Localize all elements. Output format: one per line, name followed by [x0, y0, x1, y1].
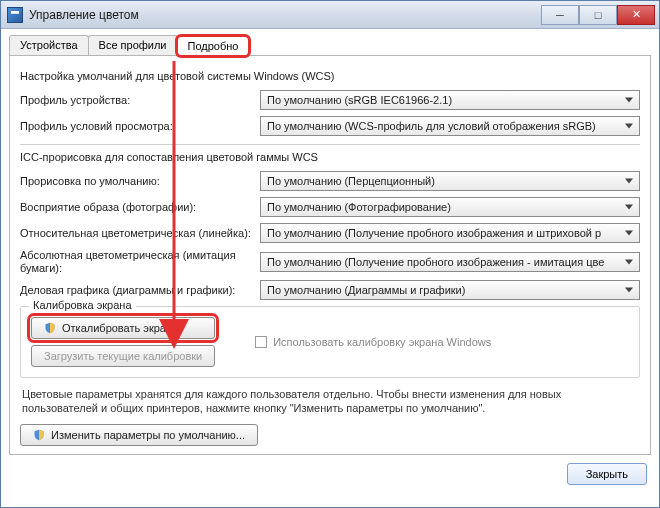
calibration-group: Калибровка экрана Откалибровать экран За…	[20, 306, 640, 378]
viewing-cond-dropdown[interactable]: По умолчанию (WCS-профиль для условий от…	[260, 116, 640, 136]
close-button[interactable]: Закрыть	[567, 463, 647, 485]
abscolor-dropdown[interactable]: По умолчанию (Получение пробного изображ…	[260, 252, 640, 272]
device-profile-value: По умолчанию (sRGB IEC61966-2.1)	[267, 94, 452, 106]
device-profile-label: Профиль устройства:	[20, 94, 260, 106]
close-window-button[interactable]: ✕	[617, 5, 655, 25]
relcolor-label: Относительная цветометрическая (линейка)…	[20, 227, 260, 240]
tab-details[interactable]: Подробно	[177, 36, 250, 56]
default-rendering-label: Прорисовка по умолчанию:	[20, 175, 260, 187]
shield-icon	[33, 429, 45, 441]
row-device-profile: Профиль устройства: По умолчанию (sRGB I…	[20, 90, 640, 110]
photo-label: Восприятие образа (фотографии):	[20, 201, 260, 213]
abscolor-value: По умолчанию (Получение пробного изображ…	[267, 256, 604, 268]
business-label: Деловая графика (диаграммы и графики):	[20, 284, 260, 297]
row-business: Деловая графика (диаграммы и графики): П…	[20, 280, 640, 300]
tab-devices[interactable]: Устройства	[9, 35, 89, 55]
tab-all-profiles[interactable]: Все профили	[88, 35, 178, 55]
window-title: Управление цветом	[29, 8, 139, 22]
icc-header: ICC-прорисовка для сопоставления цветово…	[20, 151, 640, 163]
window-controls: ─ □ ✕	[541, 5, 655, 25]
use-windows-calibration-label: Использовать калибровку экрана Windows	[273, 336, 491, 348]
device-profile-dropdown[interactable]: По умолчанию (sRGB IEC61966-2.1)	[260, 90, 640, 110]
wcs-header: Настройка умолчаний для цветовой системы…	[20, 70, 640, 82]
default-rendering-value: По умолчанию (Перцепционный)	[267, 175, 435, 187]
minimize-button[interactable]: ─	[541, 5, 579, 25]
photo-dropdown[interactable]: По умолчанию (Фотографирование)	[260, 197, 640, 217]
row-relcolor: Относительная цветометрическая (линейка)…	[20, 223, 640, 243]
client-area: Устройства Все профили Подробно Настройк…	[1, 29, 659, 495]
row-abscolor: Абсолютная цветометрическая (имитация бу…	[20, 249, 640, 274]
checkbox-icon	[255, 336, 267, 348]
tab-bar: Устройства Все профили Подробно	[9, 35, 651, 56]
change-defaults-label: Изменить параметры по умолчанию...	[51, 429, 245, 441]
dialog-footer: Закрыть	[9, 455, 651, 487]
relcolor-value: По умолчанию (Получение пробного изображ…	[267, 227, 601, 239]
photo-value: По умолчанию (Фотографирование)	[267, 201, 451, 213]
row-viewing-conditions: Профиль условий просмотра: По умолчанию …	[20, 116, 640, 136]
load-current-calibrations-button[interactable]: Загрузить текущие калибровки	[31, 345, 215, 367]
load-current-label: Загрузить текущие калибровки	[44, 350, 202, 362]
business-value: По умолчанию (Диаграммы и графики)	[267, 284, 465, 296]
color-management-window: Управление цветом ─ □ ✕ Устройства Все п…	[0, 0, 660, 508]
abscolor-label: Абсолютная цветометрическая (имитация бу…	[20, 249, 260, 274]
shield-icon	[44, 322, 56, 334]
default-rendering-dropdown[interactable]: По умолчанию (Перцепционный)	[260, 171, 640, 191]
details-panel: Настройка умолчаний для цветовой системы…	[9, 56, 651, 455]
change-defaults-button[interactable]: Изменить параметры по умолчанию...	[20, 424, 258, 446]
app-icon	[7, 7, 23, 23]
row-photo: Восприятие образа (фотографии): По умолч…	[20, 197, 640, 217]
relcolor-dropdown[interactable]: По умолчанию (Получение пробного изображ…	[260, 223, 640, 243]
viewing-cond-value: По умолчанию (WCS-профиль для условий от…	[267, 120, 596, 132]
business-dropdown[interactable]: По умолчанию (Диаграммы и графики)	[260, 280, 640, 300]
row-default-rendering: Прорисовка по умолчанию: По умолчанию (П…	[20, 171, 640, 191]
defaults-hint: Цветовые параметры хранятся для каждого …	[22, 388, 638, 416]
use-windows-calibration-checkbox[interactable]: Использовать калибровку экрана Windows	[255, 336, 491, 348]
separator	[20, 144, 640, 145]
viewing-cond-label: Профиль условий просмотра:	[20, 120, 260, 132]
maximize-button[interactable]: □	[579, 5, 617, 25]
calibration-group-title: Калибровка экрана	[29, 299, 136, 311]
titlebar: Управление цветом ─ □ ✕	[1, 1, 659, 29]
calibrate-screen-button[interactable]: Откалибровать экран	[31, 317, 215, 339]
calibrate-screen-label: Откалибровать экран	[62, 322, 172, 334]
